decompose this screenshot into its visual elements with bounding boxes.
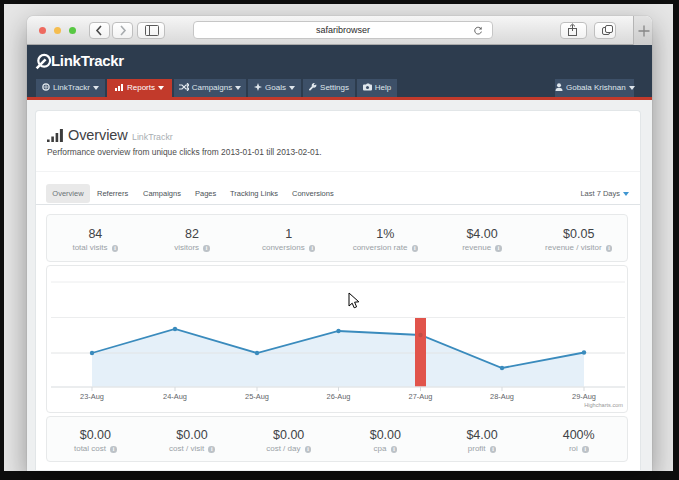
svg-text:28-Aug: 28-Aug: [490, 392, 514, 401]
svg-text:Highcharts.com: Highcharts.com: [584, 402, 623, 408]
svg-text:23-Aug: 23-Aug: [80, 392, 104, 401]
svg-text:29-Aug: 29-Aug: [572, 392, 596, 401]
svg-text:25-Aug: 25-Aug: [245, 392, 269, 401]
svg-text:24-Aug: 24-Aug: [163, 392, 187, 401]
svg-text:26-Aug: 26-Aug: [327, 392, 351, 401]
svg-text:27-Aug: 27-Aug: [409, 392, 433, 401]
